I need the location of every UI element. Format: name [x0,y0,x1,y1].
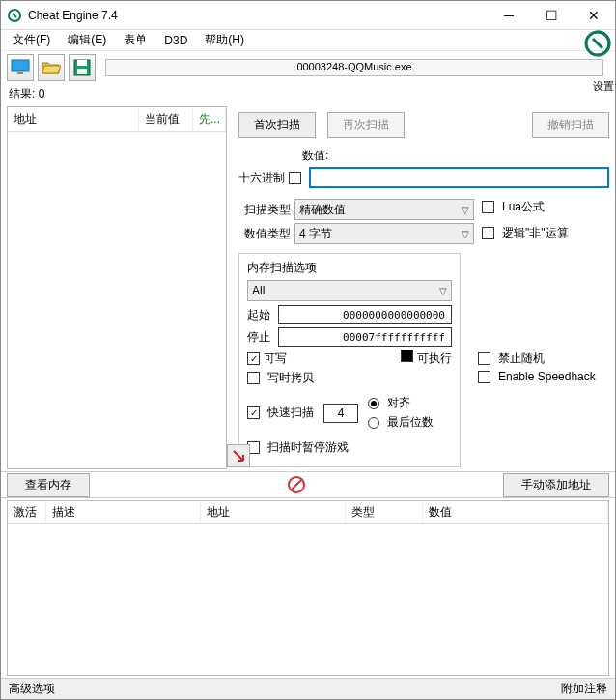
fast-scan-checkbox[interactable]: ✓ [247,406,260,419]
no-random-label: 禁止随机 [498,350,545,367]
writable-label: 可写 [264,351,287,365]
statusbar: 高级选项 附加注释 [1,678,615,699]
stop-button[interactable] [286,474,307,495]
folder-open-icon [42,59,61,76]
chevron-down-icon: ▽ [462,205,469,215]
start-label: 起始 [247,307,274,323]
fast-scan-value[interactable] [323,404,358,423]
menu-edit[interactable]: 编辑(E) [60,30,114,50]
results-header: 地址 当前值 先... [8,107,226,132]
no-random-checkbox[interactable] [478,352,490,365]
lua-checkbox[interactable] [482,201,494,213]
toolbar: 00003248-QQMusic.exe [1,51,615,84]
alignment-label: 对齐 [387,395,410,411]
save-button[interactable] [69,54,96,81]
col-address[interactable]: 地址 [8,107,139,131]
scan-type-label: 扫描类型 [238,202,291,218]
open-file-button[interactable] [38,54,65,81]
minimize-button[interactable]: ─ [488,1,530,29]
executable-label: 可执行 [417,351,452,365]
lua-label: Lua公式 [502,199,545,215]
col-address2[interactable]: 地址 [201,501,346,523]
scan-type-select[interactable]: 精确数值 ▽ [294,199,474,220]
svg-rect-2 [12,60,29,71]
memory-scan-options: 内存扫描选项 All ▽ 起始 停止 ✓可写 可执行 写时拷贝 [238,253,461,467]
open-process-button[interactable] [7,54,34,81]
stop-label: 停止 [247,329,274,346]
monitor-icon [11,59,30,76]
results-label: 结果: 0 [1,84,615,104]
value-label: 数值: [302,148,328,164]
last-digits-label: 最后位数 [387,414,434,431]
value-input[interactable] [309,167,609,188]
svg-rect-6 [77,69,87,74]
menu-table[interactable]: 表单 [116,30,154,50]
col-previous[interactable]: 先... [193,107,226,131]
maximize-button[interactable]: ☐ [530,1,573,29]
mem-region-select[interactable]: All ▽ [247,280,452,301]
col-description[interactable]: 描述 [46,501,201,523]
menu-file[interactable]: 文件(F) [5,30,58,50]
col-type[interactable]: 类型 [346,501,423,523]
writable-checkbox[interactable]: ✓ [247,352,260,365]
table-extras[interactable]: 附加注释 [561,681,607,697]
stop-address-input[interactable] [278,327,452,347]
hex-checkbox[interactable] [289,172,301,184]
main-area: 地址 当前值 先... 首次扫描 再次扫描 撤销扫描 数值: 十六进制 扫描类型 [1,104,615,471]
app-icon [7,8,22,23]
advanced-options[interactable]: 高级选项 [9,681,55,697]
floppy-icon [73,59,91,76]
start-address-input[interactable] [278,305,452,324]
no-entry-icon [287,475,306,494]
next-scan-button: 再次扫描 [327,112,405,138]
not-label: 逻辑"非"运算 [502,225,569,241]
cheat-engine-logo-icon[interactable] [583,29,612,58]
hex-label: 十六进制 [238,170,285,186]
svg-rect-3 [17,72,23,74]
arrow-down-right-icon [231,448,246,463]
settings-link[interactable]: 设置 [593,79,614,94]
col-value[interactable]: 数值 [423,501,608,523]
chevron-down-icon: ▽ [462,229,469,239]
manual-add-button[interactable]: 手动添加地址 [503,473,609,497]
svg-line-1 [13,14,16,17]
cheat-table[interactable]: 激活 描述 地址 类型 数值 [7,500,609,676]
last-digits-radio[interactable] [368,417,379,429]
cheat-table-header: 激活 描述 地址 类型 数值 [8,501,608,524]
first-scan-button[interactable]: 首次扫描 [238,112,316,138]
process-name: 00003248-QQMusic.exe [106,61,602,72]
undo-scan-button: 撤销扫描 [532,112,609,138]
not-checkbox[interactable] [482,227,494,239]
pause-game-label: 扫描时暂停游戏 [267,439,349,456]
window-title: Cheat Engine 7.4 [28,9,488,22]
executable-checkbox[interactable] [401,350,413,362]
close-button[interactable]: ✕ [573,1,615,29]
value-type-select[interactable]: 4 字节 ▽ [294,223,474,244]
speedhack-checkbox[interactable] [478,371,490,383]
menu-d3d[interactable]: D3D [156,32,195,49]
results-count: 0 [39,87,45,100]
svg-line-8 [593,39,602,48]
copy-on-write-checkbox[interactable] [247,372,260,384]
mid-toolbar: 查看内存 手动添加地址 [1,471,615,498]
chevron-down-icon: ▽ [439,286,447,296]
scan-panel: 首次扫描 再次扫描 撤销扫描 数值: 十六进制 扫描类型 精确数值 ▽ [227,104,615,471]
col-current-value[interactable]: 当前值 [139,107,193,131]
process-progress: 00003248-QQMusic.exe [105,59,603,76]
copy-on-write-label: 写时拷贝 [267,370,314,386]
svg-line-10 [291,479,302,490]
results-list[interactable]: 地址 当前值 先... [7,106,227,469]
value-type-label: 数值类型 [238,226,291,242]
view-memory-button[interactable]: 查看内存 [7,473,90,497]
mem-options-label: 内存扫描选项 [247,260,452,276]
speedhack-label: Enable Speedhack [498,370,596,383]
add-to-list-button[interactable] [227,444,250,467]
svg-rect-5 [77,60,87,66]
alignment-radio[interactable] [368,398,379,409]
menu-help[interactable]: 帮助(H) [197,30,252,50]
col-active[interactable]: 激活 [8,501,46,523]
extra-options: 禁止随机 Enable Speedhack [478,348,616,386]
titlebar: Cheat Engine 7.4 ─ ☐ ✕ [1,1,615,30]
menubar: 文件(F) 编辑(E) 表单 D3D 帮助(H) [1,30,615,51]
fast-scan-label: 快速扫描 [267,405,314,421]
